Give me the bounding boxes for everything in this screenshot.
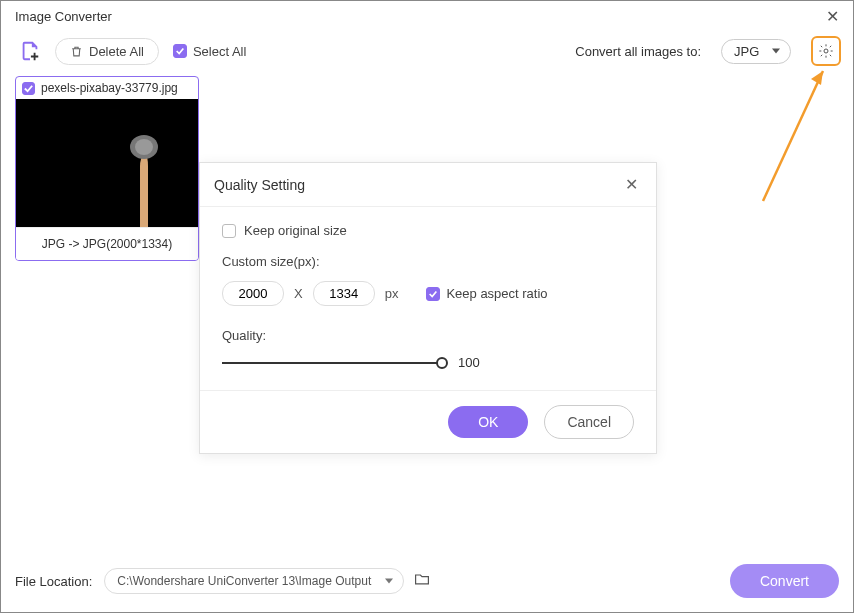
- custom-size-row: X px Keep aspect ratio: [222, 281, 634, 306]
- file-location-label: File Location:: [15, 574, 92, 589]
- quality-label: Quality:: [222, 328, 634, 343]
- gear-icon: [818, 43, 834, 59]
- height-input[interactable]: [313, 281, 375, 306]
- custom-size-label: Custom size(px):: [222, 254, 634, 269]
- quality-setting-dialog: Quality Setting ✕ Keep original size Cus…: [199, 162, 657, 454]
- delete-all-label: Delete All: [89, 44, 144, 59]
- file-location-select[interactable]: C:\Wondershare UniConverter 13\Image Out…: [104, 568, 404, 594]
- keep-original-label: Keep original size: [244, 223, 347, 238]
- thumbnail-preview: [16, 99, 198, 227]
- toolbar: Delete All Select All Convert all images…: [1, 30, 853, 76]
- checkbox-checked-icon: [173, 44, 187, 58]
- quality-value: 100: [458, 355, 480, 370]
- dialog-title: Quality Setting: [214, 177, 305, 193]
- folder-icon: [414, 572, 430, 586]
- settings-button[interactable]: [811, 36, 841, 66]
- delete-all-button[interactable]: Delete All: [55, 38, 159, 65]
- dialog-body: Keep original size Custom size(px): X px…: [200, 207, 656, 390]
- quality-slider-row: 100: [222, 355, 634, 370]
- file-location-path: C:\Wondershare UniConverter 13\Image Out…: [117, 574, 371, 588]
- convert-to-label: Convert all images to:: [575, 44, 701, 59]
- slider-thumb-icon[interactable]: [436, 357, 448, 369]
- keep-original-checkbox[interactable]: Keep original size: [222, 223, 634, 238]
- keep-aspect-label: Keep aspect ratio: [446, 286, 547, 301]
- thumbnail-checkbox[interactable]: [22, 82, 35, 95]
- select-all-checkbox[interactable]: Select All: [173, 44, 246, 59]
- width-input[interactable]: [222, 281, 284, 306]
- trash-icon: [70, 45, 83, 58]
- size-separator: X: [294, 286, 303, 301]
- add-file-icon[interactable]: [19, 40, 41, 62]
- close-icon[interactable]: ✕: [820, 5, 845, 28]
- format-select[interactable]: JPG: [721, 39, 791, 64]
- ok-button[interactable]: OK: [448, 406, 528, 438]
- quality-slider[interactable]: [222, 362, 442, 364]
- select-all-label: Select All: [193, 44, 246, 59]
- convert-button[interactable]: Convert: [730, 564, 839, 598]
- px-label: px: [385, 286, 399, 301]
- dialog-footer: OK Cancel: [200, 390, 656, 453]
- title-bar: Image Converter ✕: [1, 1, 853, 30]
- cancel-button[interactable]: Cancel: [544, 405, 634, 439]
- image-thumbnail-card[interactable]: pexels-pixabay-33779.jpg JPG -> JPG(2000…: [15, 76, 199, 261]
- svg-point-2: [135, 139, 153, 155]
- thumbnail-filename: pexels-pixabay-33779.jpg: [41, 81, 178, 95]
- format-selected-value: JPG: [734, 44, 759, 59]
- svg-point-0: [824, 49, 828, 53]
- footer-bar: File Location: C:\Wondershare UniConvert…: [1, 554, 853, 612]
- window-title: Image Converter: [15, 9, 112, 24]
- dialog-header: Quality Setting ✕: [200, 163, 656, 207]
- thumbnail-header: pexels-pixabay-33779.jpg: [16, 77, 198, 99]
- dialog-close-icon[interactable]: ✕: [621, 173, 642, 196]
- checkbox-checked-icon: [426, 287, 440, 301]
- open-folder-button[interactable]: [414, 572, 430, 590]
- keep-aspect-checkbox[interactable]: Keep aspect ratio: [426, 286, 547, 301]
- thumbnail-conversion-info: JPG -> JPG(2000*1334): [16, 227, 198, 260]
- checkbox-unchecked-icon: [222, 224, 236, 238]
